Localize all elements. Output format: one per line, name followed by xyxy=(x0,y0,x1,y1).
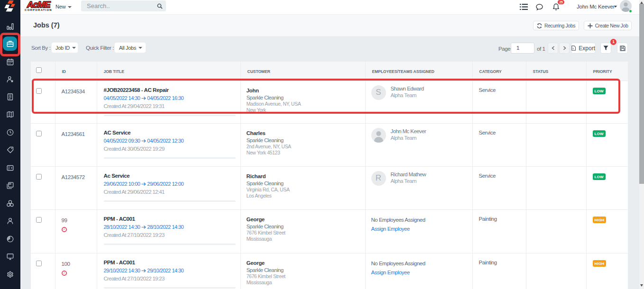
svg-text:x: x xyxy=(572,47,574,50)
